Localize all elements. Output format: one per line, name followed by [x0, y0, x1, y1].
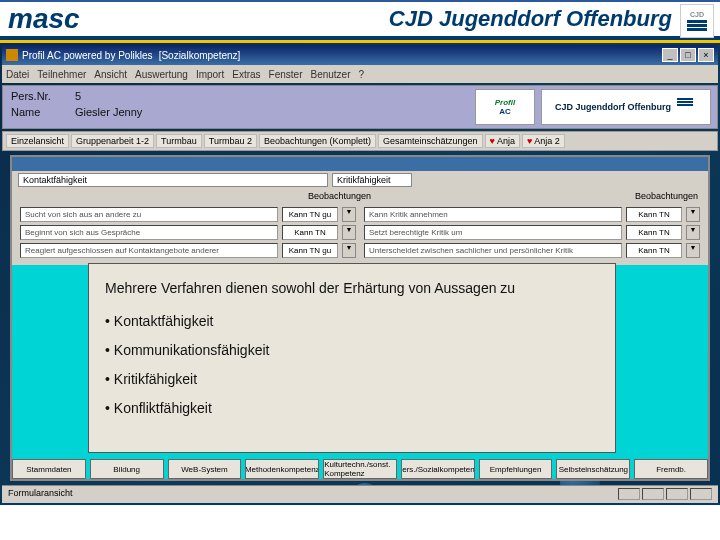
row-label: Reagiert aufgeschlossen auf Kontaktangeb…	[20, 243, 278, 258]
row-value[interactable]: Kann TN	[626, 243, 682, 258]
toolbar-button[interactable]: Einzelansicht	[6, 134, 69, 148]
maximize-button[interactable]: □	[680, 48, 696, 62]
overlay-bullet: • Kritikfähigkeit	[105, 369, 599, 390]
toolbar-button[interactable]: Turmbau	[156, 134, 202, 148]
row-label: Setzt berechtigte Kritik um	[364, 225, 622, 240]
toolbar-button[interactable]: ♥ Anja 2	[522, 134, 565, 148]
toolbar-button[interactable]: Beobachtungen (Komplett)	[259, 134, 376, 148]
dropdown-arrow-icon[interactable]: ▼	[342, 207, 356, 222]
row-value[interactable]: Kann TN gu	[282, 207, 338, 222]
overlay-bullet: • Kontaktfähigkeit	[105, 311, 599, 332]
overlay-info-box: Mehrere Verfahren dienen sowohl der Erhä…	[88, 263, 616, 453]
dropdown-arrow-icon[interactable]: ▼	[342, 225, 356, 240]
name-value: Giesler Jenny	[75, 106, 142, 118]
toolbar-button[interactable]: Gesamteinschätzungen	[378, 134, 483, 148]
overlay-bullet: • Kommunikationsfähigkeit	[105, 340, 599, 361]
row-value[interactable]: Kann TN gu	[282, 243, 338, 258]
menu-item[interactable]: Fenster	[269, 69, 303, 80]
row-value[interactable]: Kann TN	[626, 207, 682, 222]
window-titlebar: Profil AC powered by Polikles [Sozialkom…	[2, 45, 718, 65]
section-right-title: Kritikfähigkeit	[332, 173, 412, 187]
dropdown-arrow-icon[interactable]: ▼	[686, 207, 700, 222]
overlay-intro: Mehrere Verfahren dienen sowohl der Erhä…	[105, 278, 599, 299]
row-label: Unterscheidet zwischen sachlicher und pe…	[364, 243, 622, 258]
persnr-label: Pers.Nr.	[11, 90, 67, 102]
id-panel: Pers.Nr.5 NameGiesler Jenny Profil AC CJ…	[2, 85, 718, 129]
footer	[0, 503, 720, 537]
grid-area: Sucht von sich aus an andere zuKann TN g…	[12, 203, 708, 265]
inner-titlebar	[12, 157, 708, 171]
nav-button[interactable]: Methodenkompetenz	[245, 459, 319, 479]
nav-button[interactable]: Empfehlungen	[479, 459, 553, 479]
status-label: Formularansicht	[8, 488, 73, 501]
profil-ac-logo: Profil AC	[475, 89, 535, 125]
obs-label-left: Beobachtungen	[308, 191, 375, 201]
status-segment	[666, 488, 688, 500]
name-label: Name	[11, 106, 67, 118]
status-segment	[642, 488, 664, 500]
row-label: Kann Kritik annehmen	[364, 207, 622, 222]
nav-button[interactable]: Selbsteinschätzung	[556, 459, 630, 479]
cjd-logo-icon: CJD	[680, 4, 714, 38]
menu-item[interactable]: Datei	[6, 69, 29, 80]
workspace: Profil AC powered by Polikles [Sozialkom…	[0, 43, 720, 503]
header-title: CJD Jugenddorf Offenburg	[389, 6, 672, 32]
nav-button[interactable]: Kulturtechn./sonst. Kompetenz	[323, 459, 397, 479]
minimize-button[interactable]: _	[662, 48, 678, 62]
nav-button[interactable]: Pers./Sozialkompetenz	[401, 459, 475, 479]
menu-item[interactable]: ?	[359, 69, 365, 80]
bottom-button-row: Stammdaten Bildung WeB-System Methodenko…	[12, 455, 708, 483]
obs-label-right: Beobachtungen	[635, 191, 702, 201]
section-left-title: Kontaktfähigkeit	[18, 173, 328, 187]
toolbar-button[interactable]: Gruppenarbeit 1-2	[71, 134, 154, 148]
menu-item[interactable]: Auswertung	[135, 69, 188, 80]
row-label: Sucht von sich aus an andere zu	[20, 207, 278, 222]
nav-button[interactable]: WeB-System	[168, 459, 242, 479]
menu-item[interactable]: Extras	[232, 69, 260, 80]
nav-button[interactable]: Bildung	[90, 459, 164, 479]
menu-item[interactable]: Ansicht	[94, 69, 127, 80]
menu-item[interactable]: Teilnehmer	[37, 69, 86, 80]
toolbar-button[interactable]: Turmbau 2	[204, 134, 257, 148]
masc-logo: masc	[8, 3, 80, 35]
nav-button[interactable]: Stammdaten	[12, 459, 86, 479]
row-value[interactable]: Kann TN	[282, 225, 338, 240]
nav-button[interactable]: Fremdb.	[634, 459, 708, 479]
menu-item[interactable]: Benutzer	[310, 69, 350, 80]
heart-icon: ♥	[490, 136, 495, 146]
row-label: Beginnt von sich aus Gespräche	[20, 225, 278, 240]
dropdown-arrow-icon[interactable]: ▼	[686, 243, 700, 258]
app-icon	[6, 49, 18, 61]
status-bar: Formularansicht	[2, 485, 718, 503]
dropdown-arrow-icon[interactable]: ▼	[342, 243, 356, 258]
window-subtitle: [Sozialkompetenz]	[159, 50, 241, 61]
dropdown-arrow-icon[interactable]: ▼	[686, 225, 700, 240]
menu-item[interactable]: Import	[196, 69, 224, 80]
window-title: Profil AC powered by Polikles	[22, 50, 153, 61]
menubar: Datei Teilnehmer Ansicht Auswertung Impo…	[2, 65, 718, 83]
status-segment	[690, 488, 712, 500]
close-button[interactable]: ×	[698, 48, 714, 62]
toolbar-button[interactable]: ♥ Anja	[485, 134, 520, 148]
row-value[interactable]: Kann TN	[626, 225, 682, 240]
status-segment	[618, 488, 640, 500]
overlay-bullet: • Konfliktfähigkeit	[105, 398, 599, 419]
persnr-value: 5	[75, 90, 81, 102]
cjd-banner: CJD Jugenddorf Offenburg	[541, 89, 711, 125]
app-header: masc CJD Jugenddorf Offenburg CJD	[0, 0, 720, 40]
heart-icon: ♥	[527, 136, 532, 146]
toolbar: Einzelansicht Gruppenarbeit 1-2 Turmbau …	[2, 131, 718, 151]
